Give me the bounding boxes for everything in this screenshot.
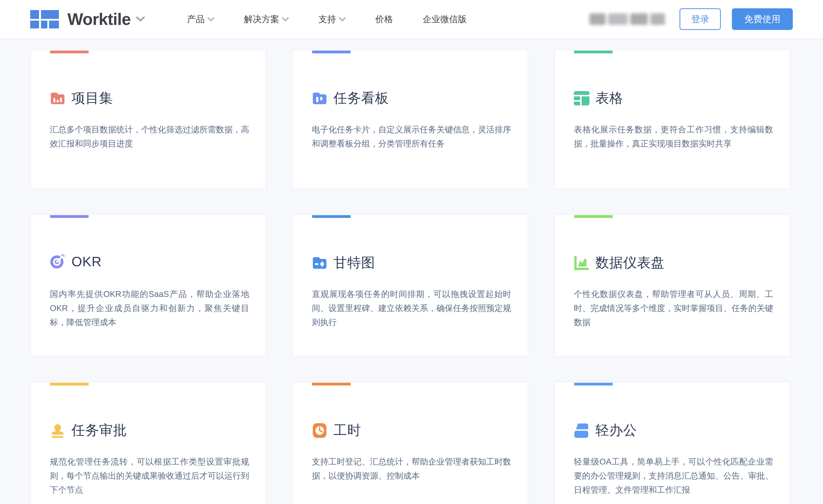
- card-title: 项目集: [71, 89, 113, 108]
- card-accent-bar: [312, 383, 351, 385]
- top-navigation: Worktile 产品 解决方案 支持 价格 企业微信版: [0, 0, 823, 38]
- login-button[interactable]: 登录: [679, 8, 721, 30]
- kanban-folder-icon: [312, 91, 327, 106]
- card-accent-bar: [574, 50, 613, 53]
- card-accent-bar: [50, 215, 89, 218]
- dashboard-area-chart-icon: [574, 256, 590, 270]
- card-title: 任务看板: [333, 89, 389, 108]
- feature-card-light-office[interactable]: 轻办公 轻量级OA工具，简单易上手，可以个性化匹配企业需要的办公管理规则，支持消…: [554, 382, 790, 504]
- card-accent-bar: [574, 215, 613, 218]
- features-section: 项目集 汇总多个项目数据统计，个性化筛选过滤所需数据，高效汇报和同步项目进度 任…: [0, 38, 823, 504]
- card-accent-bar: [50, 50, 89, 53]
- feature-card-table[interactable]: 表格 表格化展示任务数据，更符合工作习惯，支持编辑数据，批量操作，真正实现项目数…: [554, 49, 790, 189]
- chevron-down-icon: [282, 17, 289, 21]
- card-accent-bar: [50, 383, 89, 385]
- worktile-logo-icon: [30, 10, 59, 28]
- card-title: OKR: [71, 254, 102, 269]
- card-title: 轻办公: [596, 421, 637, 440]
- card-accent-bar: [312, 50, 351, 53]
- main-menu: 产品 解决方案 支持 价格 企业微信版: [187, 13, 496, 25]
- menu-item-solutions[interactable]: 解决方案: [244, 13, 289, 25]
- feature-card-gantt[interactable]: 甘特图 直观展现各项任务的时间排期，可以拖拽设置起始时间、设置里程碑、建立依赖关…: [292, 214, 528, 357]
- light-office-folder-icon: [574, 423, 590, 438]
- feature-card-timesheet[interactable]: 工时 支持工时登记、汇总统计，帮助企业管理者获知工时数据，以便协调资源、控制成本: [292, 382, 528, 504]
- chevron-down-icon: [136, 16, 145, 22]
- card-title: 表格: [596, 89, 623, 108]
- nav-actions: 登录 免费使用: [590, 8, 793, 30]
- feature-card-kanban[interactable]: 任务看板 电子化任务卡片，自定义展示任务关键信息，灵活排序和调整看板分组，分类管…: [292, 49, 528, 189]
- feature-card-dashboard[interactable]: 数据仪表盘 个性化数据仪表盘，帮助管理者可从人员、周期、工时、完成情况等多个维度…: [554, 214, 790, 357]
- card-description: 个性化数据仪表盘，帮助管理者可从人员、周期、工时、完成情况等多个维度，实时掌握项…: [574, 287, 773, 329]
- menu-label: 价格: [375, 13, 393, 25]
- card-description: 规范化管理任务流转，可以根据工作类型设置审批规则，每个节点输出的关键成果验收通过…: [50, 455, 249, 497]
- feature-card-approval[interactable]: 任务审批 规范化管理任务流转，可以根据工作类型设置审批规则，每个节点输出的关键成…: [30, 382, 266, 504]
- card-description: 轻量级OA工具，简单易上手，可以个性化匹配企业需要的办公管理规则，支持消息汇总通…: [574, 455, 773, 497]
- feature-card-project-portfolio[interactable]: 项目集 汇总多个项目数据统计，个性化筛选过滤所需数据，高效汇报和同步项目进度: [30, 49, 266, 189]
- card-accent-bar: [312, 215, 351, 218]
- approval-stamp-icon: [50, 423, 65, 438]
- timesheet-clock-icon: [312, 423, 327, 438]
- feature-card-grid: 项目集 汇总多个项目数据统计，个性化筛选过滤所需数据，高效汇报和同步项目进度 任…: [30, 49, 793, 504]
- menu-item-support[interactable]: 支持: [318, 13, 346, 25]
- chevron-down-icon: [339, 17, 346, 21]
- menu-item-pricing[interactable]: 价格: [375, 13, 393, 25]
- okr-target-dart-icon: [50, 254, 65, 269]
- card-description: 支持工时登记、汇总统计，帮助企业管理者获知工时数据，以便协调资源、控制成本: [312, 455, 511, 483]
- gantt-folder-milestone-icon: [312, 256, 327, 270]
- menu-item-wechat-work[interactable]: 企业微信版: [423, 13, 467, 25]
- card-accent-bar: [574, 383, 613, 385]
- card-description: 直观展现各项任务的时间排期，可以拖拽设置起始时间、设置里程碑、建立依赖关系，确保…: [312, 287, 511, 329]
- masked-phone-number: [590, 13, 667, 25]
- worktile-logo[interactable]: Worktile: [30, 10, 145, 29]
- menu-label: 支持: [318, 13, 336, 25]
- table-grid-icon: [574, 91, 590, 106]
- card-description: 国内率先提供OKR功能的SaaS产品，帮助企业落地OKR，提升企业成员自驱力和创…: [50, 287, 249, 329]
- card-title: 工时: [333, 421, 361, 440]
- brand-name: Worktile: [67, 10, 131, 29]
- menu-label: 解决方案: [244, 13, 279, 25]
- portfolio-folder-chart-icon: [50, 91, 65, 106]
- card-title: 任务审批: [71, 421, 127, 440]
- card-description: 表格化展示任务数据，更符合工作习惯，支持编辑数据，批量操作，真正实现项目数据实时…: [574, 123, 773, 151]
- card-description: 汇总多个项目数据统计，个性化筛选过滤所需数据，高效汇报和同步项目进度: [50, 123, 249, 151]
- card-title: 甘特图: [333, 254, 375, 272]
- menu-label: 产品: [187, 13, 205, 25]
- card-title: 数据仪表盘: [596, 254, 665, 272]
- menu-label: 企业微信版: [423, 13, 467, 25]
- card-description: 电子化任务卡片，自定义展示任务关键信息，灵活排序和调整看板分组，分类管理所有任务: [312, 123, 511, 151]
- menu-item-products[interactable]: 产品: [187, 13, 214, 25]
- chevron-down-icon: [208, 17, 214, 21]
- feature-card-okr[interactable]: OKR 国内率先提供OKR功能的SaaS产品，帮助企业落地OKR，提升企业成员自…: [30, 214, 266, 357]
- signup-free-button[interactable]: 免费使用: [732, 8, 793, 30]
